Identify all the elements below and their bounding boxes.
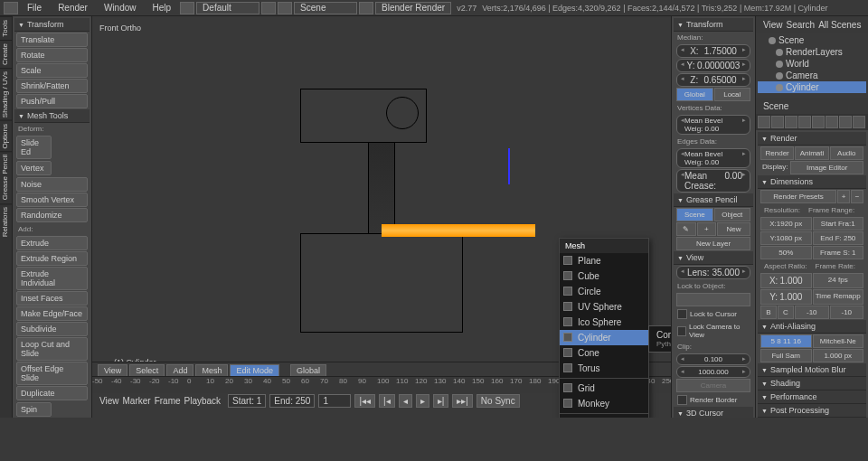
translate-button[interactable]: Translate — [16, 33, 88, 47]
forward-end-button[interactable]: ▸▸| — [452, 394, 473, 408]
clip-start-field[interactable]: 0.100 — [676, 353, 750, 365]
display-dropdown[interactable]: Image Editor — [790, 161, 863, 174]
lens-field[interactable]: Lens:35.000 — [676, 266, 750, 279]
audio-button[interactable]: Audio — [830, 146, 863, 160]
layout-dropdown[interactable]: Default — [196, 2, 259, 14]
layout-close-icon[interactable] — [261, 2, 276, 14]
mode-dropdown[interactable]: Edit Mode — [230, 364, 279, 377]
vp-view-menu[interactable]: View — [98, 364, 127, 377]
median-z-field[interactable]: Z:0.65000 — [676, 73, 750, 87]
new-layer-button[interactable]: New Layer — [676, 237, 750, 250]
lock-object-field[interactable] — [676, 293, 750, 306]
pushpull-button[interactable]: Push/Pull — [16, 94, 88, 108]
mean-crease-field[interactable]: Mean Crease:0.00 — [676, 169, 750, 193]
engine-dropdown[interactable]: Blender Render — [375, 2, 451, 14]
animation-button[interactable]: Animati — [795, 146, 828, 160]
outliner-scene[interactable]: Scene — [758, 34, 866, 46]
outliner-world[interactable]: World — [758, 58, 866, 70]
full-sample-check[interactable]: Full Sam — [760, 349, 812, 362]
play-reverse-button[interactable]: ◂ — [399, 394, 412, 408]
scale-button[interactable]: Scale — [16, 63, 88, 78]
fps-dropdown[interactable]: 24 fps — [813, 273, 864, 288]
res-pct-field[interactable]: 50% — [760, 246, 812, 259]
gp-new-button[interactable]: New — [717, 222, 750, 236]
extrude-region-button[interactable]: Extrude Region — [16, 251, 88, 266]
rewind-start-button[interactable]: |◂◂ — [354, 394, 375, 408]
menu-item-cube[interactable]: Cube — [560, 268, 648, 284]
view-header[interactable]: View — [674, 251, 753, 265]
render-section[interactable]: Render — [758, 132, 866, 146]
border-check[interactable]: B — [760, 306, 777, 319]
outliner-search[interactable]: Search — [787, 20, 816, 30]
transform-header[interactable]: Transform — [14, 18, 90, 32]
tab-relations[interactable]: Relations — [0, 203, 12, 240]
extrude-individual-button[interactable]: Extrude Individual — [16, 267, 88, 290]
lock-camera-check[interactable]: Lock Camera to View — [674, 321, 753, 341]
bevel-weight-field-2[interactable]: Mean Bevel Weig: 0.00 — [676, 148, 750, 168]
aa-section[interactable]: Anti-Aliasing — [758, 320, 866, 334]
tl-marker-menu[interactable]: Marker — [123, 396, 151, 406]
grease-header[interactable]: Grease Pencil — [674, 193, 753, 207]
n-transform-header[interactable]: Transform — [674, 18, 753, 32]
extrude-button[interactable]: Extrude — [16, 236, 88, 250]
play-button[interactable]: ▸ — [416, 394, 429, 408]
offset-edge-button[interactable]: Offset Edge Slide — [16, 362, 88, 385]
material-tab-icon[interactable] — [853, 116, 865, 128]
scene-close-icon[interactable] — [359, 2, 373, 14]
render-border-check[interactable]: Render Border — [674, 393, 753, 407]
menu-item-uv-sphere[interactable]: UV Sphere — [560, 299, 648, 315]
shrink-button[interactable]: Shrink/Fatten — [16, 79, 88, 93]
outliner-view[interactable]: View — [763, 20, 783, 30]
median-x-field[interactable]: X:1.75000 — [676, 44, 750, 58]
layers-tab-icon[interactable] — [771, 116, 784, 128]
start-frame-field[interactable]: Start Fra:1 — [813, 217, 864, 230]
tab-tools[interactable]: Tools — [0, 16, 12, 40]
shading-section[interactable]: Shading — [758, 377, 866, 390]
menu-item-cylinder[interactable]: Cylinder — [560, 330, 648, 345]
tab-shading[interactable]: Shading / UVs — [0, 68, 12, 120]
props-breadcrumb[interactable]: Scene — [763, 101, 788, 111]
subdivide-button[interactable]: Subdivide — [16, 322, 88, 336]
gp-icon-button[interactable]: ✎ — [676, 222, 696, 236]
menu-item-monkey[interactable]: Monkey — [560, 396, 648, 411]
outliner-scope[interactable]: All Scenes — [818, 20, 861, 30]
3d-viewport[interactable]: Front Ortho (1) Cylinder Mesh PlaneCubeC… — [92, 16, 671, 418]
preset-remove-button[interactable]: − — [851, 190, 863, 203]
modifier-tab-icon[interactable] — [826, 116, 838, 128]
aa-size-field[interactable]: 1.000 px — [813, 349, 864, 362]
tab-grease[interactable]: Grease Pencil — [0, 151, 12, 202]
gp-add-button[interactable]: + — [697, 222, 717, 236]
end-frame-field[interactable]: End F: 250 — [813, 231, 864, 245]
z-axis-arrow[interactable] — [508, 148, 510, 184]
blender-icon[interactable] — [4, 2, 18, 14]
camera-field[interactable]: Camera — [676, 379, 750, 392]
menu-file[interactable]: File — [20, 1, 49, 14]
smooth-vertex-button[interactable]: Smooth Vertex — [16, 193, 88, 207]
duplicate-button[interactable]: Duplicate — [16, 386, 88, 400]
forward-keyframe-button[interactable]: ▸| — [433, 394, 449, 408]
object-tab-icon[interactable] — [812, 116, 825, 128]
tab-options[interactable]: Options — [0, 120, 12, 152]
noise-button[interactable]: Noise — [16, 177, 88, 192]
layout-prev-icon[interactable] — [180, 2, 194, 14]
bevel-weight-field[interactable]: Mean Bevel Weig: 0.00 — [676, 115, 750, 135]
tl-playback-menu[interactable]: Playback — [184, 396, 222, 406]
vp-mesh-menu[interactable]: Mesh — [195, 364, 228, 377]
tl-view-menu[interactable]: View — [99, 396, 119, 406]
start-frame-field[interactable]: Start: 1 — [228, 394, 266, 408]
make-edge-button[interactable]: Make Edge/Face — [16, 306, 88, 321]
vertex-button[interactable]: Vertex — [16, 161, 52, 175]
rotate-button[interactable]: Rotate — [16, 48, 88, 62]
menu-item-torus[interactable]: Torus — [560, 361, 648, 376]
res-y-field[interactable]: Y:1080 px — [760, 231, 812, 245]
smb-section[interactable]: Sampled Motion Blur — [758, 363, 866, 377]
dimensions-section[interactable]: Dimensions — [758, 175, 866, 189]
current-frame-field[interactable]: 1 — [318, 394, 351, 408]
rewind-keyframe-button[interactable]: |◂ — [379, 394, 395, 408]
render-button[interactable]: Render — [760, 146, 794, 160]
outliner-renderlayers[interactable]: RenderLayers — [758, 46, 866, 58]
menu-item-circle[interactable]: Circle — [560, 284, 648, 299]
global-button[interactable]: Global — [676, 88, 713, 101]
vp-add-menu[interactable]: Add — [166, 364, 193, 377]
menu-window[interactable]: Window — [97, 1, 144, 14]
